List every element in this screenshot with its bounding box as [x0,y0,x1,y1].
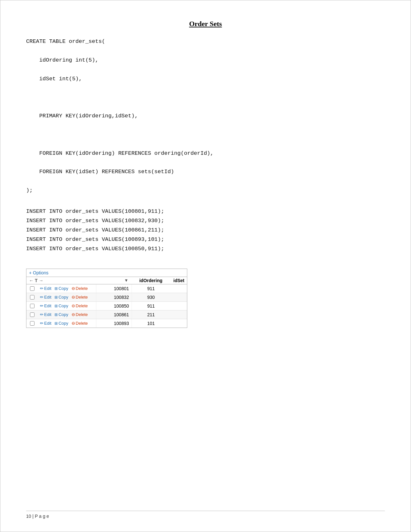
options-toggle[interactable]: + Options [26,269,187,277]
delete-button[interactable]: ⊖ Delete [72,295,88,300]
copy-icon: ⊞ [54,295,58,300]
row-checkbox-cell [26,284,38,293]
edit-button[interactable]: ✏ Edit [40,303,51,308]
copy-icon: ⊞ [54,312,58,317]
row-actions-cell: ✏ Edit ​ ⊞ Copy ​ ⊖ Delete [38,293,96,301]
cell-idordering: 100850 [96,302,132,310]
row-actions-cell: ✏ Edit ​ ⊞ Copy ​ ⊖ Delete [38,310,96,319]
row-checkbox[interactable] [30,304,34,308]
table-row: ✏ Edit ​ ⊞ Copy ​ ⊖ Delete 100801 911 [26,284,187,293]
edit-label[interactable]: Edit [44,312,51,317]
data-table: + Options ← T → ▼ idOrdering idSet ✏ Edi… [26,269,187,328]
page-footer: 10 | P a g e [26,511,385,519]
pencil-icon: ✏ [40,303,44,308]
divider1: ​ [52,303,54,308]
edit-button[interactable]: ✏ Edit [40,321,51,326]
edit-label[interactable]: Edit [44,321,51,326]
row-actions-cell: ✏ Edit ​ ⊞ Copy ​ ⊖ Delete [38,302,96,310]
delete-label[interactable]: Delete [76,303,88,308]
row-checkbox-cell [26,293,38,301]
copy-label[interactable]: Copy [58,286,68,291]
copy-button[interactable]: ⊞ Copy [54,321,68,326]
copy-label[interactable]: Copy [58,295,68,300]
delete-label[interactable]: Delete [76,286,88,291]
page-container: Order Sets CREATE TABLE order_sets( idOr… [0,0,411,532]
cell-idordering: 100832 [96,293,132,301]
table-row: ✏ Edit ​ ⊞ Copy ​ ⊖ Delete 100832 930 [26,293,187,302]
cell-idordering: 100801 [96,284,132,293]
delete-button[interactable]: ⊖ Delete [72,312,88,317]
copy-label[interactable]: Copy [58,303,68,308]
delete-label[interactable]: Delete [76,295,88,300]
divider1: ​ [52,295,54,300]
row-checkbox[interactable] [30,312,34,317]
delete-icon: ⊖ [72,286,75,291]
divider2: ​ [69,286,71,291]
edit-button[interactable]: ✏ Edit [40,312,51,317]
cell-idset: 930 [132,293,157,301]
row-checkbox[interactable] [30,295,34,300]
delete-button[interactable]: ⊖ Delete [72,303,88,308]
cell-idordering: 100861 [96,310,132,319]
divider2: ​ [69,321,71,326]
table-body: ✏ Edit ​ ⊞ Copy ​ ⊖ Delete 100801 911 [26,284,187,328]
pencil-icon: ✏ [40,295,44,300]
pencil-icon: ✏ [40,312,44,317]
row-checkbox-cell [26,310,38,319]
copy-icon: ⊞ [54,321,58,326]
sort-icon[interactable]: ▼ [124,278,128,283]
divider1: ​ [52,321,54,326]
sql-code-block: CREATE TABLE order_sets( idOrdering int(… [26,37,385,195]
delete-icon: ⊖ [72,303,75,308]
row-checkbox[interactable] [30,321,34,326]
divider2: ​ [69,303,71,308]
edit-label[interactable]: Edit [44,295,51,300]
copy-label[interactable]: Copy [58,321,68,326]
cell-idset: 211 [132,310,157,319]
page-title: Order Sets [26,20,385,28]
divider2: ​ [69,295,71,300]
cell-idordering: 100893 [96,319,132,328]
delete-button[interactable]: ⊖ Delete [72,286,88,291]
copy-button[interactable]: ⊞ Copy [54,295,68,300]
delete-icon: ⊖ [72,321,75,326]
copy-icon: ⊞ [54,286,58,291]
copy-button[interactable]: ⊞ Copy [54,312,68,317]
copy-button[interactable]: ⊞ Copy [54,286,68,291]
table-row: ✏ Edit ​ ⊞ Copy ​ ⊖ Delete 100893 101 [26,319,187,328]
nav-bar: ← T → ▼ idOrdering idSet [26,277,187,284]
row-actions-cell: ✏ Edit ​ ⊞ Copy ​ ⊖ Delete [38,284,96,292]
copy-label[interactable]: Copy [58,312,68,317]
pencil-icon: ✏ [40,321,44,326]
pencil-icon: ✏ [40,286,44,291]
delete-icon: ⊖ [72,312,75,317]
copy-icon: ⊞ [54,304,58,308]
copy-button[interactable]: ⊞ Copy [54,303,68,308]
col-header-idset: idSet [164,278,184,283]
cell-idset: 911 [132,284,157,293]
nav-split-icon[interactable]: T [35,278,38,283]
delete-icon: ⊖ [72,295,75,300]
divider1: ​ [52,286,54,291]
delete-label[interactable]: Delete [76,321,88,326]
edit-button[interactable]: ✏ Edit [40,295,51,300]
delete-label[interactable]: Delete [76,312,88,317]
table-row: ✏ Edit ​ ⊞ Copy ​ ⊖ Delete 100861 211 [26,310,187,319]
row-checkbox[interactable] [30,286,34,291]
footer-text: 10 | P a g e [26,514,49,519]
row-checkbox-cell [26,319,38,328]
edit-label[interactable]: Edit [44,303,51,308]
cell-idset: 101 [132,319,157,328]
edit-button[interactable]: ✏ Edit [40,286,51,291]
edit-label[interactable]: Edit [44,286,51,291]
row-actions-cell: ✏ Edit ​ ⊞ Copy ​ ⊖ Delete [38,319,96,327]
col-header-idordering: idOrdering [130,278,162,283]
table-row: ✏ Edit ​ ⊞ Copy ​ ⊖ Delete 100850 911 [26,302,187,310]
nav-right-arrow[interactable]: → [39,278,44,283]
sql-inserts-block: INSERT INTO order_sets VALUES(100801,911… [26,207,385,253]
delete-button[interactable]: ⊖ Delete [72,321,88,326]
divider2: ​ [69,312,71,317]
cell-idset: 911 [132,302,157,310]
nav-left-arrow[interactable]: ← [29,278,34,283]
divider1: ​ [52,312,54,317]
